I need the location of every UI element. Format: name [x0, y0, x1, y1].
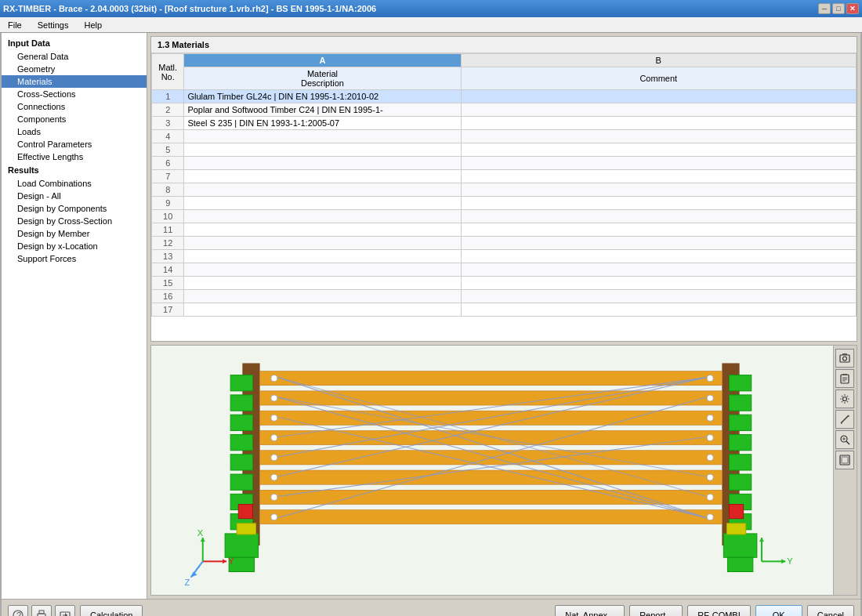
material-cell[interactable]	[184, 303, 461, 317]
menu-help[interactable]: Help	[79, 19, 107, 31]
material-cell[interactable]	[184, 197, 461, 210]
comment-cell[interactable]	[461, 290, 856, 303]
comment-cell[interactable]	[461, 210, 856, 223]
comment-cell[interactable]	[461, 223, 856, 237]
comment-cell[interactable]	[461, 130, 856, 143]
materials-table-section: 1.3 Materials Matl. No. A B	[150, 36, 857, 342]
material-cell[interactable]	[184, 277, 461, 290]
svg-rect-33	[729, 455, 751, 470]
table-row[interactable]: 9	[152, 197, 857, 210]
comment-cell[interactable]	[461, 183, 856, 197]
comment-cell[interactable]	[461, 157, 856, 170]
comment-cell[interactable]	[461, 143, 856, 157]
viz-btn-camera[interactable]	[835, 349, 854, 368]
calculation-button[interactable]: Calculation	[80, 605, 143, 617]
row-number: 17	[152, 303, 184, 317]
report-button[interactable]: Report...	[629, 605, 683, 617]
structure-svg: Y X Z Y	[151, 346, 833, 595]
close-button[interactable]: ✕	[846, 3, 859, 14]
sidebar-item-control-parameters[interactable]: Control Parameters	[2, 138, 147, 150]
sidebar-item-design-by-components[interactable]: Design by Components	[2, 202, 147, 215]
help-icon-button[interactable]: ?	[8, 605, 28, 617]
comment-cell[interactable]	[461, 170, 856, 183]
comment-cell[interactable]	[461, 117, 856, 130]
material-cell[interactable]	[184, 263, 461, 277]
table-row[interactable]: 11	[152, 223, 857, 237]
viz-btn-frame[interactable]	[835, 451, 854, 469]
sidebar-item-support-forces[interactable]: Support Forces	[2, 252, 147, 265]
sidebar-item-cross-sections[interactable]: Cross-Sections	[2, 88, 147, 100]
material-cell[interactable]	[184, 157, 461, 170]
table-container[interactable]: Matl. No. A B Material Description	[151, 53, 857, 341]
sidebar-item-materials[interactable]: Materials	[2, 75, 147, 88]
svg-point-60	[707, 514, 713, 520]
print-button[interactable]	[31, 605, 52, 617]
sidebar-item-general-data[interactable]: General Data	[2, 50, 147, 63]
comment-cell[interactable]	[461, 303, 856, 317]
material-cell[interactable]	[184, 223, 461, 237]
cancel-button[interactable]: Cancel	[807, 605, 854, 617]
sidebar-item-components[interactable]: Components	[2, 113, 147, 125]
minimize-button[interactable]: ─	[818, 3, 831, 14]
material-cell[interactable]: Glulam Timber GL24c | DIN EN 1995-1-1:20…	[184, 90, 461, 103]
export-button[interactable]	[55, 605, 75, 617]
svg-point-83	[843, 397, 847, 401]
sidebar-item-design-by-member[interactable]: Design by Member	[2, 227, 147, 240]
svg-rect-9	[260, 490, 723, 504]
material-cell[interactable]	[184, 183, 461, 197]
comment-cell[interactable]	[461, 103, 856, 117]
comment-cell[interactable]	[461, 237, 856, 250]
sidebar-item-design-by-x-location[interactable]: Design by x-Location	[2, 240, 147, 252]
rf-combi-button[interactable]: RF-COMBI	[687, 605, 750, 617]
sidebar-item-effective-lengths[interactable]: Effective Lengths	[2, 150, 147, 163]
comment-cell[interactable]	[461, 263, 856, 277]
table-row[interactable]: 6	[152, 157, 857, 170]
material-cell[interactable]	[184, 170, 461, 183]
menu-settings[interactable]: Settings	[33, 19, 74, 31]
row-number: 11	[152, 223, 184, 237]
material-cell[interactable]: Poplar and Softwood Timber C24 | DIN EN …	[184, 103, 461, 117]
table-row[interactable]: 10	[152, 210, 857, 223]
table-row[interactable]: 17	[152, 303, 857, 317]
table-row[interactable]: 12	[152, 237, 857, 250]
viz-btn-measure[interactable]	[835, 410, 854, 429]
comment-cell[interactable]	[461, 250, 856, 263]
table-row[interactable]: 5	[152, 143, 857, 157]
table-row[interactable]: 14	[152, 263, 857, 277]
table-row[interactable]: 8	[152, 183, 857, 197]
sidebar-item-geometry[interactable]: Geometry	[2, 63, 147, 75]
table-row[interactable]: 15	[152, 277, 857, 290]
table-row[interactable]: 16	[152, 290, 857, 303]
maximize-button[interactable]: □	[832, 3, 845, 14]
material-cell[interactable]	[184, 210, 461, 223]
viz-btn-clipboard[interactable]	[835, 369, 854, 388]
table-row[interactable]: 3 Steel S 235 | DIN EN 1993-1-1:2005-07	[152, 117, 857, 130]
material-cell[interactable]	[184, 143, 461, 157]
sidebar-item-loads[interactable]: Loads	[2, 125, 147, 138]
sidebar-item-design-by-cross-section[interactable]: Design by Cross-Section	[2, 215, 147, 227]
menu-bar: File Settings Help	[0, 17, 862, 33]
svg-point-45	[271, 375, 277, 382]
svg-point-56	[707, 434, 713, 440]
table-row[interactable]: 13	[152, 250, 857, 263]
comment-cell[interactable]	[461, 197, 856, 210]
sidebar-item-connections[interactable]: Connections	[2, 100, 147, 113]
comment-cell[interactable]	[461, 90, 856, 103]
viz-btn-zoom[interactable]	[835, 430, 854, 449]
ok-button[interactable]: OK	[755, 605, 802, 617]
comment-cell[interactable]	[461, 277, 856, 290]
material-cell[interactable]: Steel S 235 | DIN EN 1993-1-1:2005-07	[184, 117, 461, 130]
table-row[interactable]: 4	[152, 130, 857, 143]
material-cell[interactable]	[184, 237, 461, 250]
table-row[interactable]: 7	[152, 170, 857, 183]
nat-annex-button[interactable]: Nat. Annex...	[555, 605, 625, 617]
sidebar-item-load-combinations[interactable]: Load Combinations	[2, 177, 147, 190]
material-cell[interactable]	[184, 250, 461, 263]
material-cell[interactable]	[184, 290, 461, 303]
table-row[interactable]: 1 Glulam Timber GL24c | DIN EN 1995-1-1:…	[152, 90, 857, 103]
table-row[interactable]: 2 Poplar and Softwood Timber C24 | DIN E…	[152, 103, 857, 117]
menu-file[interactable]: File	[3, 19, 27, 31]
viz-btn-settings[interactable]	[835, 390, 854, 408]
sidebar-item-design-all[interactable]: Design - All	[2, 190, 147, 202]
material-cell[interactable]	[184, 130, 461, 143]
